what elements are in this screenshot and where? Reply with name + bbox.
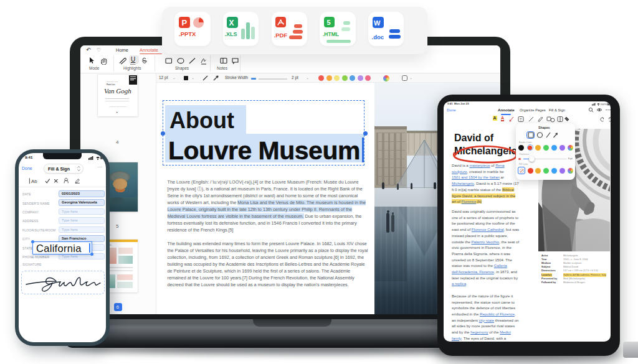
svg-text:Ab: Ab — [31, 179, 37, 184]
svg-text:T: T — [520, 118, 522, 121]
svg-text:100%: 100% — [601, 103, 607, 106]
